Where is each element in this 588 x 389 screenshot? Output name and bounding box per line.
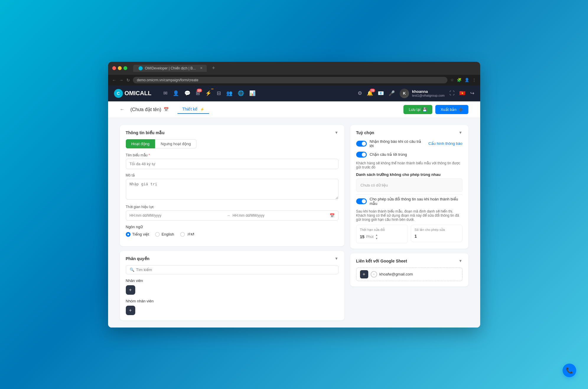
topbar-icons: ✉ 👤 💬 ⊞19 ⚡ ⊟ 👥 🌐 📊 (163, 90, 255, 96)
topbar-apps-icon[interactable]: ⊞19 (196, 90, 200, 96)
left-panel: Thông tin biểu mẫu ▼ Hoạt động Ngưng hoạ… (120, 125, 344, 320)
add-group-button[interactable]: + (126, 306, 135, 315)
publish-icon: ➕ (458, 107, 463, 112)
notify-config-link[interactable]: Cấu hình thông báo (429, 141, 462, 146)
new-tab-button[interactable]: + (212, 65, 215, 71)
form-name-label: Tên biểu mẫu * (126, 153, 338, 157)
limit-row: Thời hạn sửa đổi 15 Phút ▲ ▼ Số lần cho … (356, 225, 462, 243)
language-options: Tiếng việt English ភាសា (126, 232, 338, 237)
calendar-icon[interactable]: 📅 (164, 107, 169, 112)
toggle-inactive-button[interactable]: Ngưng hoạt động (155, 139, 196, 148)
publish-button[interactable]: Xuất bản ➕ (435, 105, 468, 114)
browser-dots (112, 66, 127, 70)
notify-toggle-switch[interactable] (356, 141, 367, 147)
browser-tab[interactable]: OMIDeveloper | Chiến dịch | B... ✕ (133, 65, 207, 72)
lang-viet-radio[interactable] (126, 232, 131, 237)
profile-icon[interactable]: 👤 (465, 78, 469, 82)
lang-viet-option[interactable]: Tiếng việt (126, 232, 149, 237)
nav-refresh-button[interactable]: ↻ (126, 78, 130, 82)
tab-close-icon[interactable]: ✕ (200, 66, 203, 70)
date-range-picker: → 📅 (126, 210, 338, 221)
right-panel: Tuỳ chọn ▼ Nhận thông báo khi có câu trả… (350, 125, 468, 320)
permission-card: Phân quyền ▼ 🔍 Nhân viên + Nhóm nhân viê… (120, 251, 344, 320)
tab-bar: Thiết kế ⚡ (177, 105, 209, 114)
date-end-input[interactable] (233, 213, 327, 218)
settings-icon[interactable]: ⚙ (358, 90, 362, 96)
edit-info-text: Sau khi hoàn thành biểu mẫu, đoạn mã địn… (356, 209, 462, 222)
user-email: test1@vihatgroup.com (412, 94, 444, 97)
address-bar-input[interactable] (133, 77, 447, 83)
nav-forward-button[interactable]: → (119, 78, 123, 82)
mic-icon[interactable]: 🎤 (389, 90, 395, 96)
topbar-message-icon[interactable]: ✉ (163, 90, 167, 96)
date-calendar-icon[interactable]: 📅 (330, 213, 335, 218)
bookmark-icon[interactable]: ☆ (450, 78, 454, 82)
topbar-group-icon[interactable]: 👥 (226, 90, 232, 96)
form-desc-group: Mô tả (126, 173, 338, 201)
app-logo: C OMICALL (114, 89, 152, 98)
expand-icon[interactable]: ⛶ (449, 90, 455, 96)
flag-icon[interactable]: 🇻🇳 (459, 90, 465, 96)
limit-controls: 15 Phút ▲ ▼ (360, 234, 404, 240)
form-info-card: Thông tin biểu mẫu ▼ Hoạt động Ngưng hoạ… (120, 125, 344, 246)
lang-khmer-option[interactable]: ភាសា (180, 232, 194, 237)
lang-english-radio[interactable] (155, 232, 160, 237)
topbar-campaign-icon[interactable]: ⚡ (205, 90, 211, 96)
campaign-badge (211, 89, 214, 89)
topbar-user-icon[interactable]: 👤 (173, 90, 179, 96)
page-header: ← (Chưa đặt tên) 📅 Thiết kế ⚡ Lưu lại 💾 … (108, 101, 480, 118)
tab-design[interactable]: Thiết kế ⚡ (177, 105, 209, 114)
topbar-tree-icon[interactable]: 🌐 (238, 90, 244, 96)
back-button[interactable]: ← (120, 107, 125, 112)
limit-arrow-controls: ▲ ▼ (375, 234, 378, 240)
block-dup-toggle-switch[interactable] (356, 152, 367, 158)
page-title-area: (Chưa đặt tên) 📅 (131, 107, 169, 112)
options-title: Tuỳ chọn (356, 130, 374, 135)
mail-icon[interactable]: 📧 (378, 90, 384, 96)
tab-title: OMIDeveloper | Chiến dịch | B... (145, 66, 196, 70)
form-desc-input[interactable] (126, 179, 338, 200)
limit-down-icon[interactable]: ▼ (375, 237, 378, 240)
form-info-chevron-icon[interactable]: ▼ (335, 130, 338, 135)
edit-count-value: 1 (415, 234, 417, 239)
form-info-card-header: Thông tin biểu mẫu ▼ (126, 130, 338, 135)
notify-toggle-row: Nhận thông báo khi có câu trả lời Cấu hì… (356, 139, 462, 148)
edit-toggle-switch[interactable] (356, 198, 367, 204)
more-options-icon[interactable]: ⋮ (472, 78, 476, 82)
lang-khmer-radio[interactable] (180, 232, 185, 237)
save-button[interactable]: Lưu lại 💾 (403, 105, 432, 114)
dot-minimize[interactable] (118, 66, 122, 70)
bell-icon[interactable]: 🔔75 (367, 90, 373, 96)
date-start-input[interactable] (130, 213, 224, 218)
limit-up-icon[interactable]: ▲ (375, 234, 378, 236)
user-info: K khoanna test1@vihatgroup.com (400, 89, 444, 98)
fields-list-title: Danh sách trường không cho phép trùng nh… (356, 172, 462, 177)
user-name: khoanna (412, 89, 444, 94)
toggle-active-button[interactable]: Hoạt động (126, 139, 155, 148)
validity-label: Thời gian hiệu lực (126, 205, 338, 209)
browser-titlebar: OMIDeveloper | Chiến dịch | B... ✕ + (108, 62, 480, 75)
edit-limit-box: Thời hạn sửa đổi 15 Phút ▲ ▼ (356, 225, 408, 243)
form-name-input[interactable] (126, 159, 338, 169)
extension-icon[interactable]: 🧩 (457, 78, 462, 82)
dot-close[interactable] (112, 66, 116, 70)
dot-maximize[interactable] (123, 66, 127, 70)
lang-english-option[interactable]: English (155, 232, 174, 237)
permission-chevron-icon[interactable]: ▼ (335, 256, 338, 261)
topbar-table-icon[interactable]: ⊟ (217, 90, 221, 96)
logout-icon[interactable]: ↪ (470, 90, 474, 96)
add-staff-button[interactable]: + (126, 285, 135, 295)
block-dup-label: Chặn câu trả lời trùng (370, 152, 462, 157)
topbar-right: ⚙ 🔔75 📧 🎤 K khoanna test1@vihatgroup.com… (358, 89, 474, 98)
permission-search-input[interactable] (136, 268, 335, 272)
gs-add-button[interactable]: + (360, 270, 368, 278)
nav-back-button[interactable]: ← (112, 78, 116, 82)
browser-window: OMIDeveloper | Chiến dịch | B... ✕ + ← →… (108, 62, 480, 328)
validity-group: Thời gian hiệu lực → 📅 (126, 205, 338, 221)
topbar-chart-icon[interactable]: 📊 (249, 90, 255, 96)
float-call-button[interactable]: 📞 (563, 364, 576, 377)
topbar-chat-icon[interactable]: 💬 (184, 90, 190, 96)
options-chevron-icon[interactable]: ▼ (459, 130, 462, 135)
google-sheet-chevron-icon[interactable]: ▼ (459, 259, 462, 263)
save-icon: 💾 (422, 107, 427, 112)
